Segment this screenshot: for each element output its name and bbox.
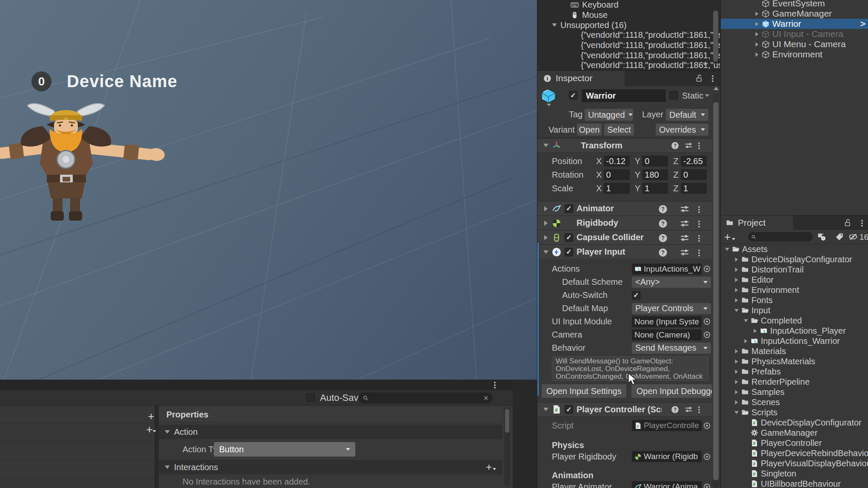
- tab-inspector[interactable]: i Inspector: [537, 71, 625, 86]
- expand-arrow-icon[interactable]: [735, 298, 738, 302]
- action-foldout[interactable]: Action: [159, 425, 502, 439]
- gameobject-name-field[interactable]: Warrior: [582, 89, 666, 102]
- project-tree-item[interactable]: Samples: [721, 387, 868, 397]
- presets-icon[interactable]: [680, 248, 689, 257]
- transform-header[interactable]: Transform ?: [537, 138, 712, 153]
- project-tree-item[interactable]: Materials: [721, 346, 868, 356]
- expand-arrow-icon[interactable]: [756, 22, 759, 26]
- help-icon[interactable]: ?: [658, 248, 668, 257]
- open-button[interactable]: Open: [577, 124, 602, 136]
- auto-save-checkbox[interactable]: [306, 393, 315, 402]
- action-list-row[interactable]: [0, 424, 154, 442]
- component-header[interactable]: Player Input ?: [537, 244, 712, 259]
- help-icon[interactable]: ?: [671, 142, 679, 150]
- help-icon[interactable]: ?: [658, 233, 668, 243]
- action-list-row[interactable]: [0, 442, 154, 460]
- checkbox[interactable]: [632, 291, 640, 300]
- component-header[interactable]: Animator ?: [537, 201, 712, 216]
- project-tree-item[interactable]: DeviceDisplayConfigurator: [721, 254, 868, 264]
- device-list-row[interactable]: Mouse: [537, 10, 720, 20]
- project-tree-item[interactable]: Scenes: [721, 397, 868, 407]
- actions-editor-menu-icon[interactable]: [494, 381, 496, 389]
- project-tree-item[interactable]: Input: [721, 305, 868, 315]
- component-checkbox[interactable]: [565, 233, 573, 242]
- open-input-settings-button[interactable]: Open Input Settings: [542, 384, 626, 398]
- scroll-up-icon[interactable]: [714, 87, 719, 90]
- expand-arrow-icon[interactable]: [756, 42, 759, 46]
- device-list-row[interactable]: Unsupported (16): [537, 20, 720, 30]
- action-type-dropdown[interactable]: Button: [214, 442, 355, 457]
- project-tree-item[interactable]: Editor: [721, 275, 868, 285]
- project-tree-item[interactable]: # DeviceDisplayConfigurator: [721, 417, 868, 428]
- z-field[interactable]: 1: [681, 183, 707, 194]
- interactions-foldout[interactable]: Interactions +: [159, 460, 502, 474]
- lock-icon[interactable]: [695, 74, 703, 82]
- layer-dropdown[interactable]: Default: [666, 109, 708, 121]
- tag-dropdown[interactable]: Untagged: [585, 109, 633, 121]
- player-animator-field[interactable]: Warrior (Anima: [632, 481, 702, 488]
- presets-icon[interactable]: [680, 204, 689, 214]
- presets-icon[interactable]: [680, 233, 689, 243]
- component-header[interactable]: Rigidbody ?: [537, 216, 712, 230]
- project-tree-item[interactable]: # PlayerVisualDisplayBehaviour: [721, 458, 868, 468]
- device-list-row[interactable]: {"vendorId":1118,"productId":1861,"usa: [537, 60, 720, 71]
- expand-arrow-icon[interactable]: [756, 11, 759, 16]
- inspector-menu-icon[interactable]: [712, 75, 714, 82]
- dropdown[interactable]: Send Messages: [632, 343, 711, 354]
- object-picker-icon[interactable]: [703, 318, 711, 326]
- expand-arrow-icon[interactable]: [735, 257, 738, 261]
- z-field[interactable]: -2.65: [681, 156, 707, 167]
- expand-arrow-icon[interactable]: [735, 380, 738, 384]
- object-picker-icon[interactable]: [703, 331, 711, 339]
- prefab-open-icon[interactable]: >: [860, 19, 865, 29]
- z-field[interactable]: 0: [681, 169, 707, 180]
- actions-search-input[interactable]: ×: [358, 392, 493, 403]
- player-controller-header[interactable]: # Player Controller (Scrip ?: [537, 402, 712, 417]
- presets-icon[interactable]: [685, 142, 693, 150]
- device-list-scrollbar[interactable]: [713, 11, 718, 62]
- object-field[interactable]: None (Camera): [632, 329, 702, 340]
- label-filter-icon[interactable]: [835, 232, 844, 241]
- project-tree-item[interactable]: Fonts: [721, 295, 868, 305]
- hidden-items-icon[interactable]: [848, 232, 858, 241]
- project-tree-item[interactable]: Scripts: [721, 407, 868, 417]
- expand-arrow-icon[interactable]: [735, 359, 738, 363]
- project-tree-item[interactable]: Environment: [721, 285, 868, 295]
- expand-arrow-icon[interactable]: [735, 400, 738, 404]
- add-interaction-button[interactable]: +: [486, 461, 496, 473]
- object-picker-icon[interactable]: [703, 483, 711, 488]
- project-tree-item[interactable]: GameManager: [721, 428, 868, 438]
- expand-arrow-icon[interactable]: [756, 32, 759, 36]
- open-input-debugger-button[interactable]: Open Input Debugge: [631, 384, 712, 398]
- device-list-row[interactable]: {"vendorId":1118,"productId":1861,"usa: [537, 40, 720, 51]
- static-checkbox[interactable]: [669, 91, 678, 99]
- expand-arrow-icon[interactable]: [735, 390, 738, 394]
- expand-arrow-icon[interactable]: [745, 339, 748, 343]
- device-list-row[interactable]: {"vendorId":1118,"productId":1861,"usa: [537, 50, 720, 60]
- dropdown[interactable]: <Any>: [632, 277, 711, 288]
- static-dropdown-icon[interactable]: [705, 94, 709, 97]
- project-tree-item[interactable]: PhysicsMaterials: [721, 356, 868, 366]
- select-button[interactable]: Select: [604, 124, 634, 136]
- overrides-dropdown[interactable]: Overrides: [656, 124, 708, 136]
- expand-arrow-icon[interactable]: [735, 288, 738, 292]
- y-field[interactable]: 1: [642, 183, 668, 194]
- component-checkbox[interactable]: [565, 204, 573, 213]
- object-field[interactable]: InputActions_W: [632, 264, 702, 275]
- lock-icon[interactable]: [843, 218, 852, 227]
- presets-icon[interactable]: [680, 219, 689, 228]
- expand-arrow-icon[interactable]: [735, 349, 738, 353]
- expand-arrow-icon[interactable]: [734, 411, 739, 414]
- hierarchy-item[interactable]: UI Menu - Camera >: [721, 39, 868, 49]
- add-action-button[interactable]: +: [145, 411, 157, 422]
- inspector-scrollbar[interactable]: [713, 87, 719, 488]
- action-list-row[interactable]: [0, 406, 154, 424]
- expand-arrow-icon[interactable]: [735, 278, 738, 282]
- component-menu-icon[interactable]: [698, 220, 700, 227]
- hierarchy-item[interactable]: Environment >: [721, 49, 868, 60]
- component-checkbox[interactable]: [565, 248, 573, 256]
- project-tree-item[interactable]: InputActions_Warrior: [721, 336, 868, 346]
- help-icon[interactable]: ?: [658, 219, 668, 228]
- expand-arrow-icon[interactable]: [734, 309, 739, 312]
- object-picker-icon[interactable]: [703, 453, 711, 461]
